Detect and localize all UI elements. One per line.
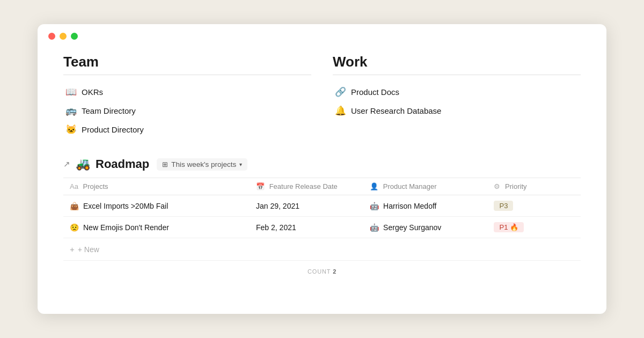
priority-cell-0: P3: [487, 195, 581, 217]
pm-avatar-1: 🤖: [370, 223, 379, 232]
project-name-0: Excel Imports >20Mb Fail: [83, 202, 168, 210]
project-emoji-0: 👜: [70, 202, 79, 210]
new-row-cell[interactable]: + + New: [63, 238, 581, 261]
roadmap-arrow-icon[interactable]: ↗: [63, 159, 70, 169]
date-cell-1: Feb 2, 2021: [250, 217, 363, 238]
okrs-link[interactable]: 📖 OKRs: [63, 84, 311, 100]
project-cell: 👜 Excel Imports >20Mb Fail: [63, 195, 250, 217]
col-projects-icon: Aa: [70, 182, 78, 190]
product-docs-icon: 🔗: [335, 86, 347, 98]
count-value: 2: [333, 268, 336, 275]
priority-badge-0: P3: [494, 201, 513, 211]
user-research-label: User Research Database: [351, 106, 441, 115]
col-date-icon: 📅: [256, 182, 265, 190]
user-research-icon: 🔔: [335, 105, 347, 116]
roadmap-filter-button[interactable]: ⊞ This week's projects ▾: [157, 158, 247, 171]
table-row[interactable]: 😟 New Emojis Don't Render Feb 2, 2021 🤖 …: [63, 217, 581, 238]
count-label: COUNT: [308, 268, 331, 275]
pm-cell-1: 🤖 Sergey Surganov: [363, 217, 487, 238]
work-title: Work: [333, 54, 581, 75]
page-content: Team 📖 OKRs 🚌 Team Directory 🐱 Product D…: [38, 45, 606, 294]
okrs-label: OKRs: [82, 87, 103, 97]
filter-label: This week's projects: [171, 160, 236, 168]
product-directory-link[interactable]: 🐱 Product Directory: [63, 121, 311, 138]
col-product-manager: 👤 Product Manager: [363, 178, 487, 195]
col-priority-icon: ⚙: [494, 182, 500, 190]
team-title: Team: [63, 54, 311, 75]
roadmap-title: Roadmap: [96, 157, 149, 171]
product-directory-label: Product Directory: [82, 125, 144, 134]
product-docs-link[interactable]: 🔗 Product Docs: [333, 84, 581, 100]
count-row: COUNT 2: [63, 261, 581, 277]
titlebar: [38, 24, 606, 45]
main-window: Team 📖 OKRs 🚌 Team Directory 🐱 Product D…: [38, 24, 606, 314]
project-name-1: New Emojis Don't Render: [83, 223, 169, 232]
col-priority: ⚙ Priority: [487, 178, 581, 195]
priority-cell-1: P1 🔥: [487, 217, 581, 238]
team-directory-link[interactable]: 🚌 Team Directory: [63, 102, 311, 119]
team-section: Team 📖 OKRs 🚌 Team Directory 🐱 Product D…: [63, 54, 311, 138]
close-button[interactable]: [48, 33, 55, 40]
product-docs-label: Product Docs: [351, 87, 399, 97]
work-links: 🔗 Product Docs 🔔 User Research Database: [333, 84, 581, 119]
roadmap-header: ↗ 🚜 Roadmap ⊞ This week's projects ▾: [63, 157, 581, 171]
plus-icon: +: [70, 245, 75, 254]
maximize-button[interactable]: [71, 33, 78, 40]
table-header-row: Aa Projects 📅 Feature Release Date 👤 Pro…: [63, 178, 581, 195]
table-row[interactable]: 👜 Excel Imports >20Mb Fail Jan 29, 2021 …: [63, 195, 581, 217]
col-pm-icon: 👤: [370, 182, 378, 190]
top-sections: Team 📖 OKRs 🚌 Team Directory 🐱 Product D…: [63, 54, 581, 138]
date-cell-0: Jan 29, 2021: [250, 195, 363, 217]
roadmap-table: Aa Projects 📅 Feature Release Date 👤 Pro…: [63, 178, 581, 261]
work-section: Work 🔗 Product Docs 🔔 User Research Data…: [333, 54, 581, 138]
project-emoji-1: 😟: [70, 223, 79, 232]
project-cell: 😟 New Emojis Don't Render: [63, 217, 250, 238]
minimize-button[interactable]: [60, 33, 67, 40]
filter-table-icon: ⊞: [162, 160, 168, 168]
col-projects: Aa Projects: [63, 178, 250, 195]
new-label: + New: [78, 245, 99, 254]
user-research-link[interactable]: 🔔 User Research Database: [333, 102, 581, 119]
team-directory-label: Team Directory: [82, 106, 136, 115]
pm-cell-0: 🤖 Harrison Medoff: [363, 195, 487, 217]
new-row[interactable]: + + New: [63, 238, 581, 261]
chevron-down-icon: ▾: [239, 161, 242, 167]
pm-avatar-0: 🤖: [370, 202, 379, 210]
okrs-icon: 📖: [65, 86, 77, 98]
product-directory-icon: 🐱: [65, 124, 77, 135]
roadmap-emoji: 🚜: [76, 157, 90, 171]
priority-badge-1: P1 🔥: [494, 222, 524, 232]
team-directory-icon: 🚌: [65, 105, 77, 116]
team-links: 📖 OKRs 🚌 Team Directory 🐱 Product Direct…: [63, 84, 311, 138]
roadmap-section: ↗ 🚜 Roadmap ⊞ This week's projects ▾ Aa …: [63, 157, 581, 277]
col-release-date: 📅 Feature Release Date: [250, 178, 363, 195]
